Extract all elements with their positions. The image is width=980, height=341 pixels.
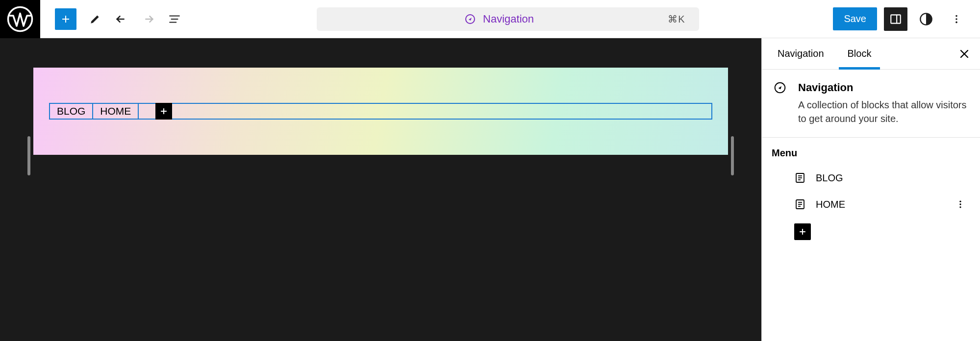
menu-item-home[interactable]: HOME	[794, 195, 970, 214]
command-bar[interactable]: Navigation ⌘K	[317, 7, 699, 31]
redo-button[interactable]	[140, 11, 156, 27]
more-options-button[interactable]	[945, 7, 968, 31]
menu-panel: Menu BLOG HOME	[762, 138, 980, 240]
top-toolbar: Navigation ⌘K Save	[0, 0, 980, 38]
sidebar-tabs: Navigation Block	[762, 38, 980, 70]
menu-item-label: HOME	[816, 199, 845, 210]
block-title: Navigation	[798, 81, 968, 94]
settings-sidebar-toggle[interactable]	[884, 7, 907, 31]
document-overview-button[interactable]	[167, 11, 182, 27]
svg-point-26	[959, 201, 961, 202]
resize-handle-left[interactable]	[27, 136, 30, 175]
tab-navigation[interactable]: Navigation	[772, 38, 830, 69]
edit-tool-button[interactable]	[87, 11, 103, 27]
editor-canvas[interactable]: BLOG HOME	[0, 38, 761, 341]
command-bar-label: Navigation	[483, 13, 534, 25]
svg-rect-7	[891, 15, 901, 23]
tab-block[interactable]: Block	[842, 38, 878, 69]
page-icon	[794, 172, 806, 184]
compass-icon	[774, 81, 786, 94]
menu-item-label: BLOG	[816, 172, 843, 184]
block-description: A collection of blocks that allow visito…	[798, 98, 968, 125]
settings-sidebar: Navigation Block Navigation A collection…	[761, 38, 980, 341]
svg-point-12	[955, 21, 957, 23]
page-icon	[794, 198, 806, 210]
compass-icon	[464, 13, 476, 25]
menu-heading: Menu	[772, 147, 970, 159]
svg-point-27	[959, 203, 961, 205]
svg-point-10	[955, 15, 957, 17]
cover-block[interactable]: BLOG HOME	[33, 68, 728, 155]
menu-item-blog[interactable]: BLOG	[794, 169, 970, 187]
wordpress-logo[interactable]	[0, 0, 40, 38]
toolbar-right-group: Save	[833, 7, 968, 31]
nav-link-home[interactable]: HOME	[93, 104, 139, 119]
nav-link-blog[interactable]: BLOG	[50, 104, 93, 119]
undo-button[interactable]	[114, 11, 129, 27]
styles-button[interactable]	[914, 7, 938, 31]
navigation-block[interactable]: BLOG HOME	[49, 103, 712, 120]
add-block-button[interactable]	[55, 8, 76, 30]
block-info-panel: Navigation A collection of blocks that a…	[762, 70, 980, 138]
menu-add-item-button[interactable]	[794, 223, 811, 240]
command-bar-shortcut: ⌘K	[668, 13, 685, 25]
svg-point-11	[955, 18, 957, 20]
svg-point-0	[8, 7, 32, 31]
toolbar-left-group	[40, 8, 182, 30]
menu-item-actions-button[interactable]	[955, 199, 970, 209]
nav-block-empty-area[interactable]	[172, 104, 711, 119]
nav-add-item-button[interactable]	[155, 103, 172, 120]
save-button[interactable]: Save	[833, 7, 877, 30]
resize-handle-right[interactable]	[731, 136, 734, 175]
close-sidebar-button[interactable]	[958, 48, 970, 60]
svg-point-28	[959, 206, 961, 208]
